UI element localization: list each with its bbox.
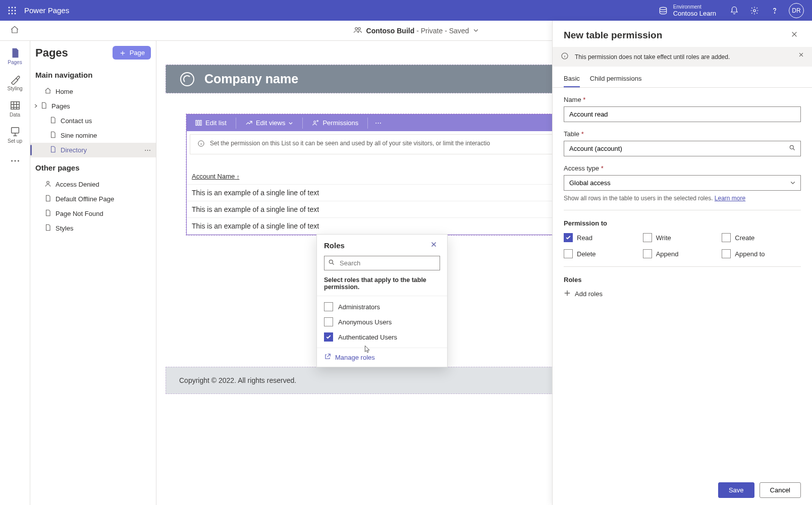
perm-read[interactable]: Read	[564, 233, 643, 242]
edit-list-button[interactable]: Edit list	[189, 116, 233, 130]
save-button[interactable]: Save	[718, 482, 754, 498]
rail-label: Data	[10, 112, 20, 118]
name-input[interactable]	[564, 106, 801, 122]
tree-item-styles[interactable]: Styles	[30, 221, 156, 236]
page-icon	[40, 102, 47, 110]
perm-append[interactable]: Append	[643, 249, 722, 258]
user-avatar[interactable]: DR	[789, 3, 804, 18]
btn-label: Edit list	[205, 119, 227, 127]
edit-views-button[interactable]: Edit views	[239, 116, 300, 130]
main-nav-tree: Home Pages Contact us Sine nomine Direct…	[30, 84, 156, 157]
access-type-select[interactable]	[564, 175, 801, 191]
svg-point-3	[9, 10, 10, 11]
rail-pages[interactable]: Pages	[2, 44, 28, 68]
hint-text: Set the permission on this List so it ca…	[210, 140, 490, 147]
search-icon	[328, 259, 335, 268]
access-label: Access type *	[564, 164, 801, 172]
rail-label: Pages	[8, 60, 22, 65]
tree-item-offline[interactable]: Default Offline Page	[30, 192, 156, 206]
rail-label: Set up	[8, 138, 22, 144]
chevron-down-icon[interactable]	[473, 26, 479, 35]
svg-point-0	[9, 7, 10, 8]
role-option-anonymous[interactable]: Anonymous Users	[324, 314, 440, 329]
manage-roles-link[interactable]: Manage roles	[317, 348, 447, 367]
avatar-initials: DR	[792, 7, 800, 14]
page-icon	[49, 146, 57, 154]
svg-point-16	[11, 160, 13, 162]
roles-hint: Select roles that apply to the table per…	[317, 275, 447, 296]
tree-item-pages[interactable]: Pages	[30, 99, 156, 114]
cancel-button[interactable]: Cancel	[760, 482, 801, 498]
perm-appendto[interactable]: Append to	[722, 249, 801, 258]
svg-point-27	[790, 145, 793, 149]
info-icon	[197, 140, 205, 149]
svg-point-5	[15, 10, 16, 11]
page-icon	[49, 131, 57, 140]
rail-data[interactable]: Data	[2, 96, 28, 121]
svg-point-7	[12, 13, 13, 14]
plus-icon	[564, 290, 571, 298]
perm-delete[interactable]: Delete	[564, 249, 643, 258]
environment-icon	[657, 5, 669, 17]
info-close-button[interactable]	[795, 51, 807, 60]
tab-basic[interactable]: Basic	[564, 71, 580, 87]
role-option-administrators[interactable]: Administrators	[324, 299, 440, 314]
tree-item-directory[interactable]: Directory ⋯	[30, 143, 156, 157]
roles-close-button[interactable]	[427, 241, 440, 250]
waffle-icon[interactable]	[4, 3, 20, 19]
svg-point-6	[9, 13, 10, 14]
tree-item-access-denied[interactable]: Access Denied	[30, 177, 156, 192]
tree-item-home[interactable]: Home	[30, 84, 156, 99]
panel-footer: Save Cancel	[553, 475, 812, 505]
chk-label: Create	[735, 234, 754, 242]
svg-point-11	[774, 12, 775, 13]
more-icon[interactable]: ⋯	[144, 146, 151, 154]
panel-tabs: Basic Child permissions	[553, 67, 812, 88]
panel-title: New table permission	[564, 30, 662, 41]
other-pages-title: Other pages	[30, 157, 156, 177]
btn-label: Edit views	[256, 119, 286, 127]
tree-item-contact[interactable]: Contact us	[30, 114, 156, 128]
permissions-button[interactable]: Permissions	[306, 116, 364, 130]
page-icon	[44, 209, 51, 218]
settings-icon[interactable]	[744, 1, 765, 21]
svg-point-12	[355, 27, 357, 30]
svg-point-17	[14, 160, 16, 162]
tree-label: Default Offline Page	[56, 195, 114, 203]
environment-name: Contoso Learn	[673, 10, 716, 17]
home-icon[interactable]	[10, 25, 20, 36]
tree-item-notfound[interactable]: Page Not Found	[30, 206, 156, 221]
environment-picker[interactable]: Environment Contoso Learn	[657, 4, 716, 17]
person-icon	[44, 180, 51, 189]
chk-label: Append to	[735, 250, 765, 258]
roles-flyout: Roles Select roles that apply to the tab…	[316, 234, 448, 367]
help-icon[interactable]	[765, 1, 785, 21]
rail-styling[interactable]: Styling	[2, 70, 28, 94]
learn-more-link[interactable]: Learn more	[715, 195, 745, 202]
btn-label: Permissions	[322, 119, 358, 127]
role-option-authenticated[interactable]: Authenticated Users	[324, 329, 440, 345]
roles-search-input[interactable]	[324, 256, 440, 270]
site-company-name: Company name	[204, 72, 298, 86]
rail-setup[interactable]: Set up	[2, 123, 28, 147]
chevron-right-icon[interactable]	[33, 102, 39, 110]
tree-item-sine[interactable]: Sine nomine	[30, 128, 156, 143]
opt-label: Administrators	[338, 303, 380, 311]
perm-create[interactable]: Create	[722, 233, 801, 242]
more-button[interactable]: ⋯	[371, 116, 386, 130]
cursor-icon	[363, 345, 371, 353]
add-roles-button[interactable]: Add roles	[564, 290, 603, 298]
tab-child[interactable]: Child permissions	[590, 71, 642, 87]
perm-write[interactable]: Write	[643, 233, 722, 242]
notifications-icon[interactable]	[724, 1, 744, 21]
info-text: This permission does not take effect unt…	[575, 53, 730, 61]
other-pages-tree: Access Denied Default Offline Page Page …	[30, 177, 156, 236]
panel-close-button[interactable]	[788, 30, 801, 40]
rail-more[interactable]	[2, 149, 28, 173]
add-page-button[interactable]: ＋ Page	[113, 46, 151, 60]
svg-rect-20	[196, 121, 197, 126]
table-lookup[interactable]	[564, 141, 801, 156]
roles-flyout-title: Roles	[324, 241, 345, 250]
people-icon	[353, 25, 362, 36]
svg-rect-21	[198, 121, 199, 126]
